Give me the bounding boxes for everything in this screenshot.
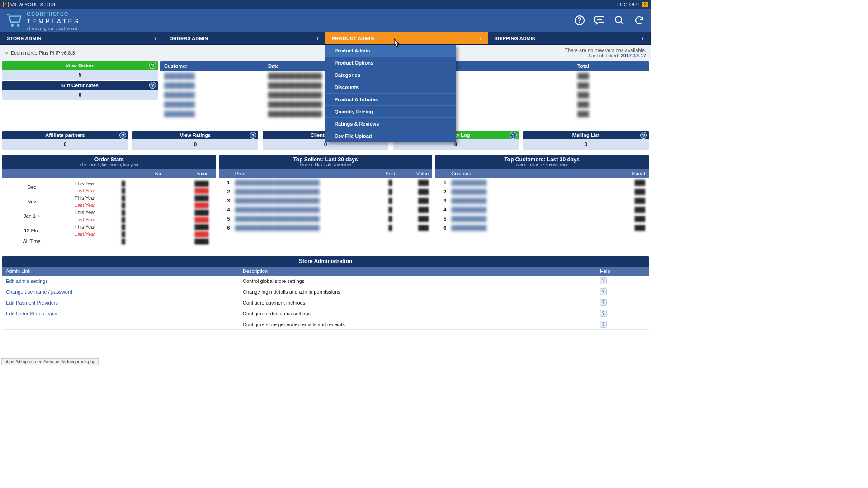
nav-orders-admin[interactable]: ORDERS ADMIN▾ [163, 32, 326, 44]
list-item[interactable]: 1████████████████████████████ [219, 178, 433, 187]
list-item[interactable]: 4████████████████████████████ [219, 205, 433, 214]
help-icon[interactable]: ? [600, 288, 607, 295]
logout-link[interactable]: LOG-OUT [617, 2, 640, 7]
nav-product-admin[interactable]: PRODUCT ADMIN▾ Product Admin Product Opt… [326, 32, 488, 44]
main-nav: STORE ADMIN▾ ORDERS ADMIN▾ PRODUCT ADMIN… [0, 32, 651, 45]
admin-desc: Configure order status settings [243, 311, 600, 316]
nav-shipping-admin[interactable]: SHIPPING ADMIN▾ [488, 32, 651, 44]
nav-store-admin[interactable]: STORE ADMIN▾ [0, 32, 163, 44]
nav-label: SHIPPING ADMIN [495, 36, 536, 41]
help-icon[interactable] [574, 14, 585, 26]
help-icon[interactable]: ? [149, 62, 156, 69]
close-icon[interactable]: ✕ [642, 2, 648, 7]
th-help: Help [600, 268, 645, 274]
order-stats-period: NovThis Year█████Last Year█████ [2, 194, 216, 209]
refresh-icon[interactable] [633, 14, 645, 26]
th-admin-link: Admin Link [6, 268, 243, 274]
dropdown-item-quantity-pricing[interactable]: Quantity Pricing [326, 106, 456, 118]
admin-desc: Control global store settings [243, 278, 600, 284]
dropdown-item-csv-upload[interactable]: Csv File Upload [326, 130, 456, 142]
th-no: No [140, 171, 176, 176]
chevron-down-icon: ▾ [316, 36, 319, 41]
svg-point-3 [580, 23, 580, 23]
cart-icon [6, 13, 23, 28]
help-icon[interactable]: ? [600, 299, 607, 306]
card-view-ratings[interactable]: View Ratings?0 [132, 131, 258, 150]
help-icon[interactable]: ? [250, 132, 256, 139]
card-affiliate-partners[interactable]: Affiliate partners?0 [2, 131, 128, 150]
card-title: Affiliate partners [45, 132, 85, 138]
th-description: Description [243, 268, 600, 274]
help-icon[interactable]: ? [149, 82, 156, 89]
admin-link[interactable]: Edit Order Status Types [6, 311, 59, 316]
search-icon[interactable] [613, 14, 625, 26]
list-item[interactable]: 3█████████████ [435, 196, 649, 205]
view-store-check-icon [3, 2, 9, 7]
top-strip-bar: VIEW YOUR STORE LOG-OUT ✕ [0, 0, 651, 9]
version-checked-date: 2017-12-17 [621, 53, 646, 58]
list-item[interactable]: 1█████████████ [435, 178, 649, 187]
panel-title: Top Customers: Last 30 days [504, 156, 580, 163]
admin-link[interactable]: Change username / password [6, 289, 72, 295]
help-icon[interactable]: ? [119, 132, 126, 139]
panel-subtitle: This month, last month, last year [2, 163, 216, 167]
th-value: Value [401, 171, 429, 176]
table-row: Edit Order Status TypesConfigure order s… [2, 308, 649, 319]
card-title: View Orders [66, 63, 94, 68]
admin-link[interactable]: Edit admin settings [6, 278, 48, 284]
nav-label: STORE ADMIN [7, 36, 41, 41]
th-prod: Prod [235, 171, 379, 176]
card-title: View Ratings [180, 132, 211, 138]
logo[interactable]: ecommerce TEMPLATES shopping cart softwa… [6, 9, 80, 31]
panel-title: Order Stats [94, 156, 124, 163]
product-admin-dropdown: Product Admin Product Options Categories… [326, 45, 456, 142]
help-icon[interactable]: ? [640, 132, 647, 139]
admin-link[interactable]: Edit Payment Providers [6, 300, 58, 305]
list-item[interactable]: 6█████████████ [435, 223, 649, 232]
dropdown-item-product-options[interactable]: Product Options [326, 57, 456, 69]
status-bar: https://itzap.com.au/vsadmin/adminprods.… [1, 358, 99, 365]
help-icon[interactable]: ? [600, 310, 607, 317]
help-icon[interactable]: ? [600, 321, 607, 328]
admin-desc: Configure payment methods [243, 300, 600, 305]
version-no-new: There are no new versions available. [565, 47, 646, 53]
help-icon[interactable]: ? [510, 132, 517, 139]
chevron-down-icon: ▾ [154, 36, 156, 41]
nav-label: PRODUCT ADMIN [332, 36, 374, 41]
card-mailing-list[interactable]: Mailing List?0 [523, 131, 649, 150]
chevron-down-icon: ▾ [642, 36, 644, 41]
list-item[interactable]: 2█████████████ [435, 187, 649, 196]
version-checked-label: Last checked: [589, 53, 619, 58]
card-value: 0 [132, 139, 258, 150]
panel-subtitle: Since Friday 17th November [435, 163, 649, 167]
card-title: Mailing List [572, 132, 600, 138]
list-item[interactable]: 5████████████████████████████ [219, 214, 433, 223]
list-item[interactable]: 3████████████████████████████ [219, 196, 433, 205]
card-gift-certificates[interactable]: Gift Certificates? 0 [2, 81, 158, 100]
th-customer: Customer [164, 63, 268, 69]
logo-line1: ecommerce [27, 9, 69, 17]
list-item[interactable]: 5█████████████ [435, 214, 649, 223]
chat-icon[interactable] [594, 14, 605, 26]
th-value: Value [176, 171, 212, 176]
th-customer: Customer [451, 171, 613, 176]
view-store-link[interactable]: VIEW YOUR STORE [10, 2, 57, 7]
card-title: Gift Certificates [61, 83, 99, 88]
dropdown-item-categories[interactable]: Categories [326, 69, 456, 81]
list-item[interactable]: 2████████████████████████████ [219, 187, 433, 196]
dropdown-item-ratings-reviews[interactable]: Ratings & Reviews [326, 118, 456, 130]
svg-point-6 [601, 19, 602, 20]
dropdown-item-discounts[interactable]: Discounts [326, 81, 456, 94]
help-icon[interactable]: ? [600, 277, 607, 284]
card-view-orders[interactable]: View Orders? 5 [2, 61, 158, 80]
version-text: Ecommerce Plus PHP v6.8.3 [5, 47, 75, 58]
dropdown-item-product-attributes[interactable]: Product Attributes [326, 94, 456, 106]
panel-title: Top Sellers: Last 30 days [293, 156, 358, 163]
dropdown-item-product-admin[interactable]: Product Admin [326, 45, 456, 57]
list-item[interactable]: 6████████████████████████████ [219, 223, 433, 232]
table-row: Edit Payment ProvidersConfigure payment … [2, 297, 649, 308]
admin-desc: Configure store generated emails and rec… [243, 322, 600, 327]
list-item[interactable]: 4█████████████ [435, 205, 649, 214]
th-total: Total [521, 63, 645, 69]
svg-point-7 [615, 16, 622, 23]
